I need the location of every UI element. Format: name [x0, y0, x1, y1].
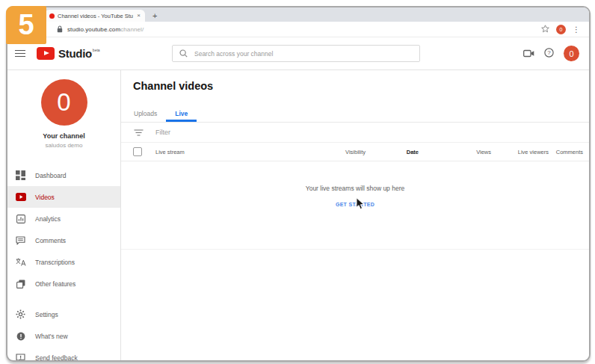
- bookmark-star-icon[interactable]: [541, 22, 549, 36]
- channel-search-box[interactable]: [172, 45, 420, 62]
- sidebar-item-label: What's new: [35, 333, 68, 340]
- get-started-link[interactable]: GET STARTED: [336, 202, 374, 207]
- lock-icon: [57, 22, 63, 36]
- sidebar-item-label: Transcriptions: [35, 259, 75, 266]
- url-host: studio.youtube.com: [67, 26, 120, 33]
- browser-window: Channel videos - YouTube Stu × + studio.…: [6, 6, 591, 362]
- help-icon[interactable]: ?: [544, 47, 554, 61]
- filter-bar: [121, 123, 589, 143]
- comments-icon: [15, 235, 26, 246]
- sidebar-footer-menu: Settings What's new Send feedback: [7, 303, 120, 362]
- search-input[interactable]: [194, 50, 413, 58]
- url-text: studio.youtube.comchannel/: [67, 26, 144, 33]
- account-avatar[interactable]: 0: [564, 46, 579, 61]
- tab-close-icon[interactable]: ×: [137, 13, 141, 19]
- logo-beta-superscript: beta: [93, 48, 100, 52]
- sidebar-item-analytics[interactable]: Analytics: [7, 208, 120, 229]
- sidebar-item-label: Send feedback: [35, 354, 78, 362]
- sidebar-item-whats-new[interactable]: What's new: [7, 325, 120, 347]
- sidebar-item-transcriptions[interactable]: Transcriptions: [7, 251, 120, 273]
- gear-icon: [15, 309, 26, 320]
- empty-area: [121, 250, 589, 360]
- live-streams-table-header: Live stream Visibility Date Views Live v…: [121, 143, 589, 161]
- column-date-sort[interactable]: Date: [366, 149, 419, 155]
- dashboard-icon: [15, 170, 26, 181]
- sidebar-menu: Dashboard Videos Analytics: [7, 164, 120, 294]
- videos-icon: [15, 191, 26, 203]
- whats-new-icon: [15, 330, 26, 342]
- studio-header: Studio beta ? 0: [7, 37, 589, 70]
- empty-state-message: Your live streams will show up here: [306, 185, 404, 192]
- sidebar-item-label: Dashboard: [35, 172, 67, 179]
- mouse-cursor-icon: [356, 197, 365, 213]
- feedback-icon: [15, 352, 26, 362]
- sidebar-item-label: Other features: [35, 280, 75, 288]
- other-features-icon: [15, 278, 26, 289]
- youtube-studio-favicon-icon: [49, 13, 55, 19]
- sidebar-item-dashboard[interactable]: Dashboard: [7, 164, 120, 186]
- svg-text:?: ?: [547, 49, 551, 56]
- sidebar-item-comments[interactable]: Comments: [7, 229, 120, 251]
- column-views: Views: [419, 149, 491, 155]
- page-title-block: Channel videos Uploads Live: [121, 70, 589, 123]
- tab-live[interactable]: Live: [166, 110, 197, 122]
- sidebar-item-label: Comments: [35, 237, 66, 244]
- logo-text: Studio: [58, 47, 92, 60]
- select-all-checkbox[interactable]: [133, 147, 142, 156]
- screenshot-canvas: 5 Channel videos - YouTube Stu × + studi…: [0, 0, 595, 364]
- search-icon: [179, 47, 188, 61]
- browser-tab-strip: Channel videos - YouTube Stu × +: [7, 7, 589, 22]
- sidebar-item-label: Videos: [35, 194, 55, 201]
- empty-state: Your live streams will show up here GET …: [121, 161, 589, 250]
- analytics-icon: [15, 213, 26, 224]
- channel-name: saludos demo: [7, 142, 120, 149]
- sidebar-item-label: Settings: [35, 311, 58, 318]
- channel-avatar[interactable]: 0: [41, 79, 87, 126]
- sidebar-item-settings[interactable]: Settings: [7, 303, 120, 325]
- sidebar-item-label: Analytics: [35, 215, 61, 223]
- channel-block: 0 Your channel saludos demo: [7, 70, 120, 149]
- column-visibility: Visibility: [276, 149, 366, 155]
- browser-profile-avatar[interactable]: 0: [556, 25, 566, 34]
- content-tabs: Uploads Live: [121, 110, 589, 122]
- step-number-badge: 5: [6, 6, 46, 44]
- create-video-camcorder-icon[interactable]: [523, 47, 534, 61]
- filter-input[interactable]: [155, 129, 320, 136]
- browser-menu-icon[interactable]: ⋮: [573, 25, 580, 34]
- sidebar-item-videos[interactable]: Videos: [7, 186, 120, 208]
- browser-toolbar-actions: 0 ⋮: [541, 22, 580, 36]
- filter-icon[interactable]: [134, 126, 144, 139]
- channel-title: Your channel: [7, 132, 120, 140]
- column-live-viewers: Live viewers: [491, 149, 549, 155]
- studio-body: 0 Your channel saludos demo Dashboard: [7, 70, 589, 360]
- youtube-studio-logo[interactable]: Studio beta: [37, 47, 100, 60]
- main-content: Channel videos Uploads Live Live stream: [121, 70, 589, 360]
- translate-icon: [15, 256, 26, 268]
- url-path: channel/: [120, 26, 144, 33]
- browser-address-bar[interactable]: studio.youtube.comchannel/ 0 ⋮: [7, 22, 589, 37]
- empty-state-cta-row: GET STARTED: [336, 196, 374, 209]
- step-number: 5: [18, 9, 34, 41]
- tab-uploads[interactable]: Uploads: [125, 110, 166, 122]
- column-comments: Comments: [549, 149, 583, 155]
- tab-title: Channel videos - YouTube Stu: [58, 13, 134, 19]
- page-title: Channel videos: [121, 80, 589, 92]
- new-tab-button[interactable]: +: [152, 12, 157, 20]
- sidebar-item-send-feedback[interactable]: Send feedback: [7, 347, 120, 362]
- studio-header-actions: ? 0: [523, 46, 579, 61]
- column-live-stream: Live stream: [155, 149, 276, 155]
- youtube-play-icon: [37, 47, 55, 60]
- browser-tab[interactable]: Channel videos - YouTube Stu ×: [45, 10, 145, 22]
- sidebar: 0 Your channel saludos demo Dashboard: [7, 70, 121, 360]
- sidebar-item-other-features[interactable]: Other features: [7, 273, 120, 294]
- hamburger-menu-icon[interactable]: [15, 50, 25, 58]
